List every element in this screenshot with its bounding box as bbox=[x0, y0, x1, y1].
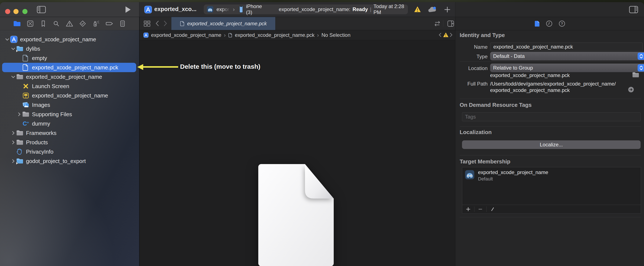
tree-row-asset-catalog[interactable]: exported_xcode_project_name bbox=[0, 91, 139, 100]
minimize-button[interactable] bbox=[14, 9, 18, 14]
tree-row-dummy[interactable]: C+ dummy bbox=[0, 119, 139, 128]
tree-row-empty[interactable]: empty bbox=[0, 53, 139, 63]
document-icon bbox=[180, 21, 184, 26]
source-control-icon[interactable] bbox=[27, 20, 34, 27]
device-menu[interactable]: iPhone (3) bbox=[246, 3, 266, 15]
add-editor-icon[interactable] bbox=[447, 20, 454, 27]
find-navigator-icon[interactable] bbox=[53, 20, 60, 27]
localization-section-header: Localization bbox=[460, 129, 492, 135]
issue-warning-icon[interactable] bbox=[443, 32, 449, 38]
localize-button[interactable]: Localize... bbox=[462, 140, 640, 149]
tree-row-frameworks[interactable]: Frameworks bbox=[0, 128, 139, 138]
tree-row-godot-project[interactable]: godot_project_to_export bbox=[0, 156, 139, 166]
remove-target-button[interactable] bbox=[474, 205, 486, 213]
back-button[interactable] bbox=[155, 20, 159, 26]
tags-input[interactable] bbox=[462, 112, 640, 121]
status-state: Ready bbox=[352, 6, 368, 12]
previous-issue-icon[interactable] bbox=[438, 32, 442, 37]
debug-navigator-icon[interactable] bbox=[92, 20, 100, 27]
tree-label: empty bbox=[32, 55, 47, 61]
editor-area: exported_xcode_project_name.pck exported… bbox=[140, 17, 455, 266]
chevron-down-icon[interactable] bbox=[10, 47, 16, 50]
project-navigator-icon[interactable] bbox=[13, 20, 21, 27]
target-name[interactable]: exported_xcode_project_name bbox=[478, 169, 548, 175]
godot-scheme-icon[interactable] bbox=[207, 6, 214, 13]
full-path-label: Full Path bbox=[456, 81, 488, 87]
stepper-icon bbox=[638, 53, 644, 60]
title-bar: exported_xco... export › iPhone (3) expo… bbox=[0, 2, 644, 17]
tree-label: Products bbox=[26, 139, 48, 146]
chevron-down-icon[interactable] bbox=[4, 38, 10, 41]
tree-row-project-root[interactable]: exported_xcode_project_name bbox=[0, 35, 139, 44]
forward-button[interactable] bbox=[164, 20, 167, 26]
svg-text:?: ? bbox=[561, 21, 563, 25]
show-in-finder-folder-icon[interactable] bbox=[632, 72, 639, 78]
type-label: Type bbox=[456, 54, 488, 60]
document-icon bbox=[22, 64, 30, 71]
breadcrumb-project[interactable]: exported_xcode_project_name bbox=[151, 32, 222, 38]
tree-row-privacyinfo[interactable]: PrivacyInfo bbox=[0, 147, 139, 156]
tree-row-pck-selected[interactable]: exported_xcode_project_name.pck bbox=[2, 63, 136, 72]
run-button[interactable] bbox=[125, 6, 131, 13]
editor-tab-active[interactable]: exported_xcode_project_name.pck bbox=[171, 17, 276, 30]
swap-editor-icon[interactable] bbox=[434, 21, 441, 27]
target-box-toolbar bbox=[462, 205, 641, 213]
inspector-tab-bar: ? bbox=[456, 17, 644, 30]
tree-row-launch-screen[interactable]: Launch Screen bbox=[0, 82, 139, 91]
file-inspector-icon[interactable] bbox=[534, 20, 540, 27]
folder-icon bbox=[16, 139, 24, 145]
breadcrumb-file[interactable]: exported_xcode_project_name.pck bbox=[235, 32, 314, 38]
quick-help-inspector-icon[interactable]: ? bbox=[558, 20, 565, 27]
reports-navigator-icon[interactable] bbox=[119, 20, 126, 27]
godot-target-icon bbox=[465, 170, 474, 180]
chevron-right-icon[interactable] bbox=[10, 140, 16, 144]
folder-icon bbox=[16, 74, 24, 80]
section-divider bbox=[460, 217, 641, 217]
chevron-down-icon[interactable] bbox=[10, 76, 16, 78]
scheme-menu[interactable]: export bbox=[216, 6, 231, 12]
toggle-inspector-icon[interactable] bbox=[629, 6, 638, 13]
type-dropdown[interactable]: Default - Data bbox=[490, 52, 644, 60]
file-inspector-body: Identity and Type Name exported_xcode_pr… bbox=[456, 30, 644, 266]
open-path-arrow-icon[interactable] bbox=[628, 86, 634, 93]
target-detail: Default bbox=[478, 176, 493, 182]
add-target-button[interactable] bbox=[462, 205, 474, 213]
folder-icon bbox=[22, 111, 30, 118]
close-button[interactable] bbox=[5, 9, 10, 14]
target-membership-box: exported_xcode_project_name Default bbox=[462, 167, 641, 214]
history-inspector-icon[interactable] bbox=[546, 20, 552, 27]
tests-navigator-icon[interactable] bbox=[79, 20, 86, 27]
location-dropdown[interactable]: Relative to Group bbox=[490, 64, 644, 72]
chevron-right-icon[interactable] bbox=[10, 159, 16, 163]
scheme-status-pill: export › iPhone (3) exported_xcode_proje… bbox=[204, 4, 408, 14]
navigator-bar bbox=[0, 17, 139, 30]
tree-row-images[interactable]: Images bbox=[0, 100, 139, 110]
tree-row-dylibs[interactable]: dylibs bbox=[0, 44, 139, 53]
xcode-project-icon bbox=[10, 36, 18, 43]
tree-row-supporting-files[interactable]: Supporting Files bbox=[0, 110, 139, 119]
cloud-sync-icon[interactable] bbox=[428, 6, 437, 13]
warning-badge-icon[interactable] bbox=[414, 6, 421, 13]
odr-section-header: On Demand Resource Tags bbox=[460, 102, 532, 108]
tree-row-products[interactable]: Products bbox=[0, 138, 139, 147]
tree-row-group-folder[interactable]: exported_xcode_project_name bbox=[0, 72, 139, 82]
toggle-navigator-icon[interactable] bbox=[37, 6, 46, 13]
stepper-icon bbox=[638, 64, 644, 72]
location-file-name: exported_xcode_project_name.pck bbox=[490, 72, 570, 78]
bookmarks-navigator-icon[interactable] bbox=[40, 20, 47, 27]
zoom-button[interactable] bbox=[22, 9, 28, 14]
tree-label: exported_xcode_project_name bbox=[26, 74, 102, 80]
add-tab-icon[interactable] bbox=[444, 6, 450, 13]
name-field[interactable]: exported_xcode_project_name.pck bbox=[490, 43, 643, 51]
breakpoints-navigator-icon[interactable] bbox=[106, 20, 113, 27]
chevron-right-icon[interactable] bbox=[16, 112, 22, 116]
issues-navigator-icon[interactable] bbox=[66, 20, 73, 27]
edit-target-button[interactable] bbox=[486, 205, 498, 213]
location-label: Location bbox=[456, 65, 488, 71]
chevron-right-icon[interactable] bbox=[10, 131, 16, 135]
document-icon bbox=[228, 33, 232, 38]
tree-label: Images bbox=[32, 102, 50, 108]
reference-arrow-badge bbox=[16, 161, 19, 165]
related-items-icon[interactable] bbox=[144, 20, 151, 27]
next-issue-icon[interactable] bbox=[450, 32, 453, 37]
